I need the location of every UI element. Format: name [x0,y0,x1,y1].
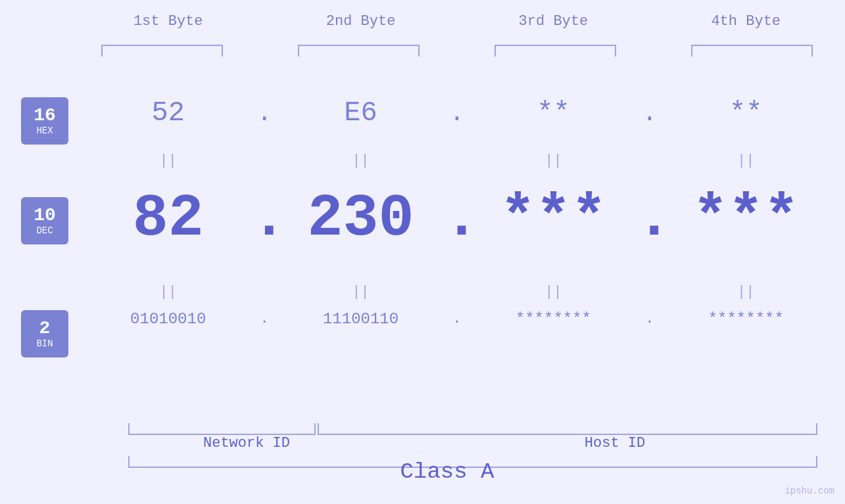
dot-dec-2: . [444,185,470,252]
eq2-b3: || [477,284,629,300]
eq1-b4: || [670,152,821,169]
header-byte2: 2nd Byte [285,13,437,30]
headers-row: 1st Byte 2nd Byte 3rd Byte 4th Byte [89,13,825,30]
class-label-row: Class A [89,459,806,484]
bracket-top-3 [495,45,616,57]
badge-hex-num: 16 [34,106,56,126]
bin-val-b3: ******** [477,310,629,328]
watermark: ipshu.com [785,486,834,496]
dot-hex-1: . [251,99,278,127]
bin-row: 01010010 . 11100110 . ******** . *******… [89,310,825,328]
header-byte3: 3rd Byte [477,13,629,30]
class-a-label: Class A [400,459,495,484]
eq1-b2: || [285,152,437,169]
dec-val-b4: *** [670,185,821,252]
equals-row-2: || || || || [89,284,825,300]
hex-val-b2: E6 [285,97,437,129]
badge-dec-label: DEC [36,225,53,236]
dec-val-b2: 230 [285,185,437,252]
dec-row: 82 . 230 . *** . *** [89,185,825,252]
dot-dec-3: . [637,185,663,252]
bin-val-b2: 11100110 [285,310,437,328]
dot-hex-2: . [444,99,470,127]
badge-hex-label: HEX [36,126,53,136]
dec-val-b1: 82 [93,185,244,252]
host-id-label: Host ID [404,435,825,451]
badge-dec-num: 10 [34,206,56,226]
bin-val-b4: ******** [670,310,821,328]
badge-bin: 2 BIN [21,310,68,357]
bracket-host-id [318,423,817,435]
eq2-b1: || [93,284,244,300]
badge-dec: 10 DEC [21,197,68,244]
eq2-b2: || [285,284,437,300]
bracket-top-4 [691,45,813,57]
badge-bin-label: BIN [36,338,53,349]
bracket-top-1 [101,45,223,57]
id-labels: Network ID Host ID [89,435,825,451]
bin-val-b1: 01010010 [93,310,244,328]
badge-bin-num: 2 [39,319,51,339]
network-id-label: Network ID [89,435,404,451]
equals-row-1: || || || || [89,152,825,169]
brackets-top [89,45,825,57]
bracket-top-2 [298,45,420,57]
hex-val-b1: 52 [93,97,244,129]
main-container: 1st Byte 2nd Byte 3rd Byte 4th Byte 16 H… [0,0,845,504]
header-byte1: 1st Byte [93,13,244,30]
dec-val-b3: *** [477,185,629,252]
bracket-network-id [128,423,316,435]
hex-row: 52 . E6 . ** . ** [89,97,825,129]
badge-hex: 16 HEX [21,97,68,145]
eq2-b4: || [670,284,821,300]
header-byte4: 4th Byte [670,13,821,30]
dot-bin-1: . [251,311,278,327]
dot-hex-3: . [637,99,663,127]
eq1-b3: || [477,152,629,169]
dot-bin-2: . [444,311,470,327]
hex-val-b3: ** [477,97,629,129]
dot-bin-3: . [637,311,663,327]
dot-dec-1: . [251,185,278,252]
eq1-b1: || [93,152,244,169]
hex-val-b4: ** [670,97,821,129]
